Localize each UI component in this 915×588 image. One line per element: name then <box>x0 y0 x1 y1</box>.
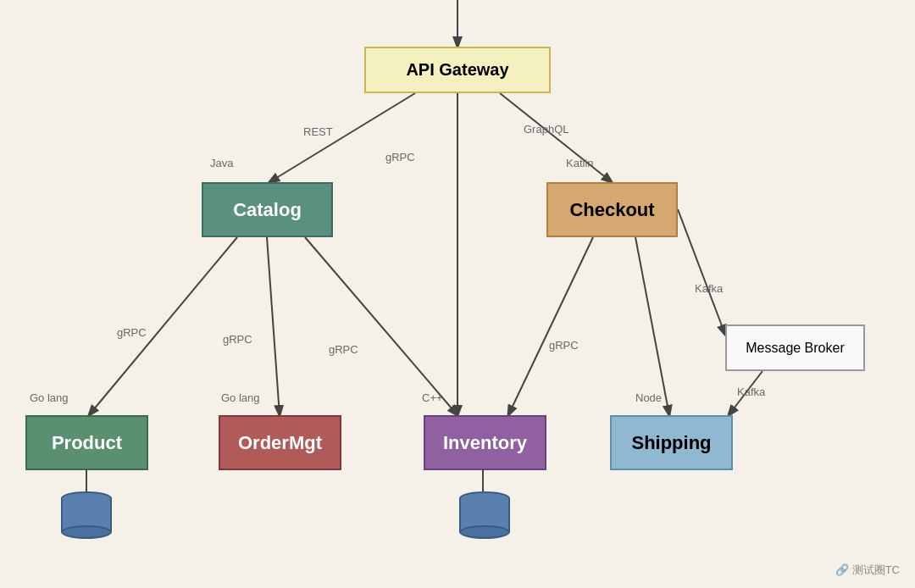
grpc-checkout-label: gRPC <box>549 339 579 352</box>
inventory-node: Inventory <box>424 415 546 470</box>
graphql-label: GraphQL <box>524 123 568 136</box>
db-inventory <box>459 491 510 539</box>
svg-line-6 <box>305 237 458 415</box>
ordermgt-node: OrderMgt <box>219 415 341 470</box>
kafka2-label: Kafka <box>737 386 765 398</box>
svg-line-9 <box>678 209 725 335</box>
shipping-node: Shipping <box>610 415 733 470</box>
checkout-label: Checkout <box>569 199 654 221</box>
kotlin-label: Katlin <box>566 157 594 169</box>
grpc-catalog-inventory-label: gRPC <box>329 343 358 356</box>
message-broker-node: Message Broker <box>725 325 865 371</box>
shipping-label: Shipping <box>631 432 711 454</box>
svg-line-8 <box>635 237 669 415</box>
cpp-label: C++ <box>422 391 443 404</box>
api-gateway-node: API Gateway <box>364 47 551 93</box>
node-label: Node <box>635 391 662 404</box>
kafka1-label: Kafka <box>695 282 723 295</box>
catalog-label: Catalog <box>233 199 302 221</box>
rest-label: REST <box>303 125 333 138</box>
diagram-container: API Gateway Catalog Checkout Message Bro… <box>0 0 915 588</box>
grpc-catalog-ordermgt-label: gRPC <box>223 333 252 346</box>
product-label: Product <box>52 432 122 454</box>
grpc-catalog-product-label: gRPC <box>117 326 147 339</box>
watermark: 🔗 测试圈TC <box>835 563 900 578</box>
golang1-label: Go lang <box>30 391 69 404</box>
svg-line-1 <box>269 93 415 182</box>
message-broker-label: Message Broker <box>746 341 845 356</box>
db-product <box>61 491 112 539</box>
ordermgt-label: OrderMgt <box>238 432 322 454</box>
svg-line-4 <box>89 237 237 415</box>
golang2-label: Go lang <box>221 391 260 404</box>
grpc-center-label: gRPC <box>385 151 415 164</box>
inventory-label: Inventory <box>443 432 527 454</box>
checkout-node: Checkout <box>546 182 678 237</box>
catalog-node: Catalog <box>202 182 333 237</box>
svg-line-5 <box>267 237 280 415</box>
java-label: Java <box>210 157 233 169</box>
db-inventory-bottom <box>459 525 510 539</box>
svg-line-3 <box>500 93 612 182</box>
db-product-bottom <box>61 525 112 539</box>
product-node: Product <box>25 415 148 470</box>
api-gateway-label: API Gateway <box>406 60 508 80</box>
svg-line-7 <box>508 237 593 415</box>
